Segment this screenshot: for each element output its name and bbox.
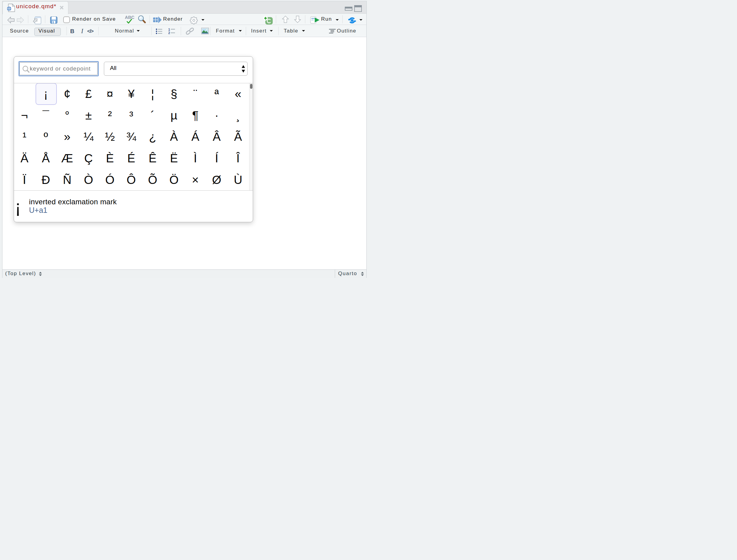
svg-text:1: 1 [168,28,170,31]
svg-text:2: 2 [168,31,170,34]
